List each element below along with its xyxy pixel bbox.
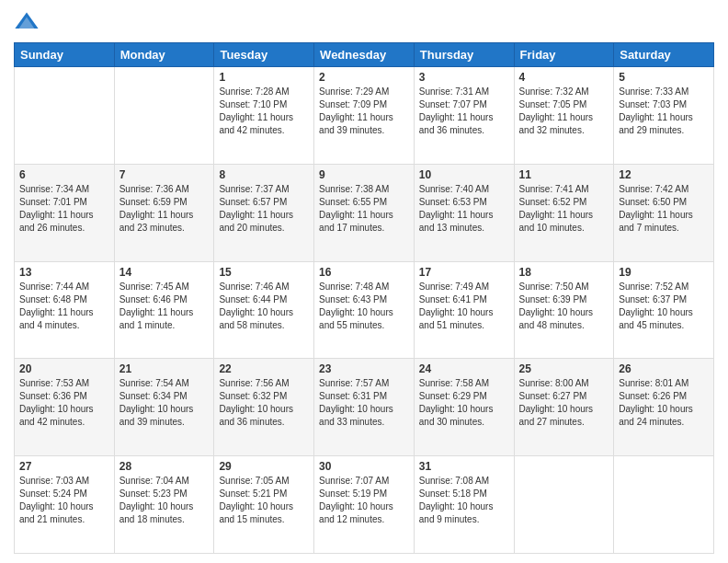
calendar-cell: 13Sunrise: 7:44 AMSunset: 6:48 PMDayligh… xyxy=(15,261,115,359)
day-number: 18 xyxy=(519,266,609,279)
calendar-cell: 25Sunrise: 8:00 AMSunset: 6:27 PMDayligh… xyxy=(514,359,614,456)
day-number: 8 xyxy=(219,168,309,181)
day-info: Sunrise: 7:37 AMSunset: 6:57 PMDaylight:… xyxy=(219,183,309,235)
day-number: 26 xyxy=(619,362,709,375)
day-info: Sunrise: 7:49 AMSunset: 6:41 PMDaylight:… xyxy=(419,281,509,332)
day-number: 27 xyxy=(19,460,109,473)
day-info: Sunrise: 7:57 AMSunset: 6:31 PMDaylight:… xyxy=(319,377,409,429)
calendar-cell: 26Sunrise: 8:01 AMSunset: 6:26 PMDayligh… xyxy=(614,359,714,456)
day-info: Sunrise: 7:36 AMSunset: 6:59 PMDaylight:… xyxy=(119,183,210,235)
day-number: 24 xyxy=(419,362,509,375)
calendar-day-header: Monday xyxy=(114,43,214,67)
day-number: 14 xyxy=(119,266,210,279)
calendar-cell: 20Sunrise: 7:53 AMSunset: 6:36 PMDayligh… xyxy=(15,359,115,456)
calendar-cell: 27Sunrise: 7:03 AMSunset: 5:24 PMDayligh… xyxy=(15,456,115,554)
day-number: 15 xyxy=(219,266,309,279)
day-info: Sunrise: 7:31 AMSunset: 7:07 PMDaylight:… xyxy=(419,86,509,137)
day-info: Sunrise: 7:08 AMSunset: 5:18 PMDaylight:… xyxy=(419,475,509,526)
calendar-cell: 3Sunrise: 7:31 AMSunset: 7:07 PMDaylight… xyxy=(414,67,514,165)
day-number: 7 xyxy=(119,168,210,181)
day-info: Sunrise: 7:33 AMSunset: 7:03 PMDaylight:… xyxy=(619,86,709,137)
day-number: 19 xyxy=(619,266,709,279)
day-number: 3 xyxy=(419,71,509,84)
calendar-cell: 16Sunrise: 7:48 AMSunset: 6:43 PMDayligh… xyxy=(314,261,415,359)
day-info: Sunrise: 7:07 AMSunset: 5:19 PMDaylight:… xyxy=(319,475,409,526)
day-number: 31 xyxy=(419,460,509,473)
calendar-cell: 7Sunrise: 7:36 AMSunset: 6:59 PMDaylight… xyxy=(114,164,214,261)
calendar-week-row: 6Sunrise: 7:34 AMSunset: 7:01 PMDaylight… xyxy=(15,164,714,261)
calendar-cell: 17Sunrise: 7:49 AMSunset: 6:41 PMDayligh… xyxy=(414,261,514,359)
day-number: 16 xyxy=(319,266,409,279)
calendar-cell: 8Sunrise: 7:37 AMSunset: 6:57 PMDaylight… xyxy=(214,164,314,261)
day-info: Sunrise: 7:03 AMSunset: 5:24 PMDaylight:… xyxy=(19,475,109,526)
calendar-day-header: Wednesday xyxy=(314,43,415,67)
calendar-cell: 4Sunrise: 7:32 AMSunset: 7:05 PMDaylight… xyxy=(514,67,614,165)
day-info: Sunrise: 7:44 AMSunset: 6:48 PMDaylight:… xyxy=(19,281,109,332)
day-info: Sunrise: 7:54 AMSunset: 6:34 PMDaylight:… xyxy=(119,377,210,429)
calendar-cell xyxy=(114,67,214,165)
calendar-cell: 15Sunrise: 7:46 AMSunset: 6:44 PMDayligh… xyxy=(214,261,314,359)
calendar-cell: 23Sunrise: 7:57 AMSunset: 6:31 PMDayligh… xyxy=(314,359,415,456)
calendar-cell: 18Sunrise: 7:50 AMSunset: 6:39 PMDayligh… xyxy=(514,261,614,359)
calendar-table: SundayMondayTuesdayWednesdayThursdayFrid… xyxy=(14,42,714,554)
calendar-day-header: Sunday xyxy=(15,43,115,67)
calendar-cell: 11Sunrise: 7:41 AMSunset: 6:52 PMDayligh… xyxy=(514,164,614,261)
calendar-cell: 30Sunrise: 7:07 AMSunset: 5:19 PMDayligh… xyxy=(314,456,415,554)
day-number: 9 xyxy=(319,168,409,181)
day-info: Sunrise: 7:50 AMSunset: 6:39 PMDaylight:… xyxy=(519,281,609,332)
day-number: 13 xyxy=(19,266,109,279)
calendar-cell: 9Sunrise: 7:38 AMSunset: 6:55 PMDaylight… xyxy=(314,164,415,261)
day-number: 23 xyxy=(319,362,409,375)
calendar-cell xyxy=(514,456,614,554)
day-info: Sunrise: 8:01 AMSunset: 6:26 PMDaylight:… xyxy=(619,377,709,429)
day-info: Sunrise: 7:41 AMSunset: 6:52 PMDaylight:… xyxy=(519,183,609,235)
day-number: 17 xyxy=(419,266,509,279)
calendar-cell: 24Sunrise: 7:58 AMSunset: 6:29 PMDayligh… xyxy=(414,359,514,456)
calendar-day-header: Thursday xyxy=(414,43,514,67)
day-number: 2 xyxy=(319,71,409,84)
day-info: Sunrise: 7:48 AMSunset: 6:43 PMDaylight:… xyxy=(319,281,409,332)
day-number: 5 xyxy=(619,71,709,84)
day-info: Sunrise: 7:42 AMSunset: 6:50 PMDaylight:… xyxy=(619,183,709,235)
calendar-cell: 12Sunrise: 7:42 AMSunset: 6:50 PMDayligh… xyxy=(614,164,714,261)
day-number: 25 xyxy=(519,362,609,375)
day-info: Sunrise: 7:34 AMSunset: 7:01 PMDaylight:… xyxy=(19,183,109,235)
day-info: Sunrise: 7:38 AMSunset: 6:55 PMDaylight:… xyxy=(319,183,409,235)
calendar-week-row: 1Sunrise: 7:28 AMSunset: 7:10 PMDaylight… xyxy=(15,67,714,165)
day-number: 11 xyxy=(519,168,609,181)
calendar-cell: 31Sunrise: 7:08 AMSunset: 5:18 PMDayligh… xyxy=(414,456,514,554)
calendar-week-row: 20Sunrise: 7:53 AMSunset: 6:36 PMDayligh… xyxy=(15,359,714,456)
logo-icon xyxy=(14,9,40,35)
day-info: Sunrise: 7:46 AMSunset: 6:44 PMDaylight:… xyxy=(219,281,309,332)
calendar-cell: 5Sunrise: 7:33 AMSunset: 7:03 PMDaylight… xyxy=(614,67,714,165)
day-info: Sunrise: 7:05 AMSunset: 5:21 PMDaylight:… xyxy=(219,475,309,526)
calendar-cell: 6Sunrise: 7:34 AMSunset: 7:01 PMDaylight… xyxy=(15,164,115,261)
day-number: 22 xyxy=(219,362,309,375)
day-info: Sunrise: 7:53 AMSunset: 6:36 PMDaylight:… xyxy=(19,377,109,429)
day-number: 20 xyxy=(19,362,109,375)
logo xyxy=(14,9,43,35)
calendar-cell: 1Sunrise: 7:28 AMSunset: 7:10 PMDaylight… xyxy=(214,67,314,165)
calendar-cell: 28Sunrise: 7:04 AMSunset: 5:23 PMDayligh… xyxy=(114,456,214,554)
day-info: Sunrise: 7:45 AMSunset: 6:46 PMDaylight:… xyxy=(119,281,210,332)
day-info: Sunrise: 7:40 AMSunset: 6:53 PMDaylight:… xyxy=(419,183,509,235)
page: SundayMondayTuesdayWednesdayThursdayFrid… xyxy=(0,0,728,563)
calendar-cell: 22Sunrise: 7:56 AMSunset: 6:32 PMDayligh… xyxy=(214,359,314,456)
day-info: Sunrise: 8:00 AMSunset: 6:27 PMDaylight:… xyxy=(519,377,609,429)
day-info: Sunrise: 7:28 AMSunset: 7:10 PMDaylight:… xyxy=(219,86,309,137)
day-number: 4 xyxy=(519,71,609,84)
calendar-cell: 14Sunrise: 7:45 AMSunset: 6:46 PMDayligh… xyxy=(114,261,214,359)
day-number: 28 xyxy=(119,460,210,473)
calendar-header-row: SundayMondayTuesdayWednesdayThursdayFrid… xyxy=(15,43,714,67)
calendar-cell: 19Sunrise: 7:52 AMSunset: 6:37 PMDayligh… xyxy=(614,261,714,359)
calendar-cell: 21Sunrise: 7:54 AMSunset: 6:34 PMDayligh… xyxy=(114,359,214,456)
calendar-day-header: Saturday xyxy=(614,43,714,67)
calendar-cell xyxy=(15,67,115,165)
calendar-day-header: Friday xyxy=(514,43,614,67)
day-number: 12 xyxy=(619,168,709,181)
calendar-day-header: Tuesday xyxy=(214,43,314,67)
day-info: Sunrise: 7:58 AMSunset: 6:29 PMDaylight:… xyxy=(419,377,509,429)
day-number: 10 xyxy=(419,168,509,181)
day-number: 6 xyxy=(19,168,109,181)
calendar-week-row: 27Sunrise: 7:03 AMSunset: 5:24 PMDayligh… xyxy=(15,456,714,554)
